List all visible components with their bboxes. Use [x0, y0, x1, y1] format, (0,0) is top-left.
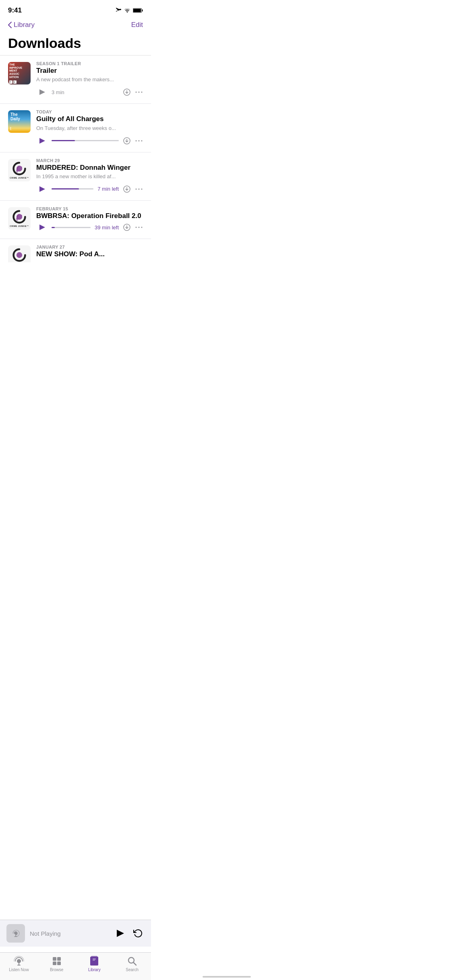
episode-controls: 3 min [36, 86, 143, 98]
page-title: Downloads [0, 32, 151, 55]
svg-text:t: t [10, 126, 12, 131]
play-button[interactable] [36, 86, 48, 98]
download-icon[interactable] [123, 88, 131, 96]
ellipsis-svg [135, 188, 143, 190]
episode-title: Guilty of All Charges [36, 115, 143, 123]
progress-bar-fill [52, 140, 75, 141]
svg-point-26 [139, 227, 140, 228]
back-label: Library [14, 21, 35, 29]
wifi-icon [124, 8, 130, 13]
edit-button[interactable]: Edit [131, 21, 143, 29]
play-button[interactable] [36, 222, 48, 233]
svg-text:T: T [10, 81, 11, 83]
episode-title: BWBRSA: Operation Fireball 2.0 [36, 212, 143, 220]
svg-point-16 [21, 166, 23, 168]
play-icon [39, 224, 45, 230]
episode-date: January 27 [36, 245, 143, 249]
episode-artwork: CRIME JUNKIE™ [8, 207, 31, 230]
play-icon [39, 186, 45, 192]
progress-bar-background [52, 188, 93, 189]
artwork-improvement: THEIMPROVEMENTASSOCIATION T S [8, 62, 31, 84]
episode-title: NEW SHOW: Pod A... [36, 250, 143, 258]
episode-description: On Tuesday, after three weeks o... [36, 125, 143, 132]
episode-item: THEIMPROVEMENTASSOCIATION T S Seaso [0, 56, 151, 104]
play-button[interactable] [36, 183, 48, 195]
play-icon [39, 138, 45, 144]
download-icon[interactable] [123, 137, 131, 145]
ellipsis-svg [135, 226, 143, 228]
artwork-crime-junkie: CRIME JUNKIE™ [8, 207, 31, 230]
svg-point-22 [16, 218, 18, 220]
svg-point-11 [136, 140, 137, 141]
progress-bar-background [52, 140, 119, 141]
nav-bar: Library Edit [0, 18, 151, 32]
progress-bar-container [52, 227, 91, 228]
play-button[interactable] [36, 135, 48, 146]
status-icons [115, 7, 143, 14]
episode-date: Season 1 Trailer [36, 61, 143, 66]
episode-controls [36, 135, 143, 146]
more-options-icon[interactable] [135, 88, 143, 96]
svg-text:S: S [14, 81, 15, 83]
svg-point-28 [17, 252, 22, 258]
episode-date: February 15 [36, 206, 143, 211]
episode-date: Today [36, 109, 143, 114]
artwork-crime-junkie: CRIME JUNKIE™ [8, 245, 31, 262]
crime-junkie-logo-svg [12, 161, 27, 176]
episode-artwork: CRIME JUNKIE™ [8, 245, 31, 262]
crime-junkie-logo-svg [12, 248, 27, 262]
episode-artwork: TheDaily t [8, 110, 31, 133]
episode-info: March 29 MURDERED: Donnah Winger In 1995… [36, 158, 143, 195]
episode-item-partial: CRIME JUNKIE™ January 27 NEW SHOW: Pod A… [0, 239, 151, 262]
svg-point-13 [141, 140, 143, 141]
download-icon[interactable] [123, 223, 131, 231]
back-button[interactable]: Library [8, 21, 35, 29]
svg-point-19 [139, 188, 140, 189]
more-options-icon[interactable] [135, 137, 143, 145]
svg-rect-2 [133, 9, 141, 12]
battery-icon [133, 8, 143, 13]
episode-title: Trailer [36, 67, 143, 75]
duration-text: 3 min [52, 89, 64, 95]
svg-point-18 [136, 188, 137, 189]
nyt-daily-logo: t [10, 126, 16, 131]
artwork-daily: TheDaily t [8, 110, 31, 133]
svg-point-6 [136, 92, 137, 93]
svg-point-15 [16, 170, 18, 172]
svg-point-8 [141, 92, 143, 93]
episode-list: THEIMPROVEMENTASSOCIATION T S Seaso [0, 56, 151, 262]
svg-rect-1 [142, 10, 143, 12]
more-options-icon[interactable] [135, 223, 143, 231]
episode-artwork: CRIME JUNKIE™ [8, 159, 31, 181]
episode-title: MURDERED: Donnah Winger [36, 164, 143, 172]
svg-point-25 [136, 227, 137, 228]
download-svg [123, 89, 130, 96]
episode-artwork: THEIMPROVEMENTASSOCIATION T S [8, 62, 31, 84]
episode-item: CRIME JUNKIE™ February 15 BWBRSA: Operat… [0, 201, 151, 239]
progress-bar-fill [52, 227, 55, 228]
more-options-icon[interactable] [135, 185, 143, 193]
episode-info: February 15 BWBRSA: Operation Fireball 2… [36, 206, 143, 233]
status-bar: 9:41 [0, 0, 151, 18]
svg-point-7 [139, 92, 140, 93]
slate-logo: S [14, 81, 16, 83]
artwork-crime-junkie: CRIME JUNKIE™ [8, 159, 31, 181]
svg-point-12 [139, 140, 140, 141]
episode-date: March 29 [36, 158, 143, 163]
download-svg [123, 224, 130, 231]
svg-point-23 [21, 214, 23, 216]
duration-text: 7 min left [97, 186, 119, 192]
chevron-left-icon [8, 22, 12, 28]
episode-controls: 39 min left [36, 222, 143, 233]
episode-info: Today Guilty of All Charges On Tuesday, … [36, 109, 143, 146]
crime-junkie-logo-svg [12, 210, 27, 224]
svg-point-27 [141, 227, 143, 228]
episode-controls: 7 min left [36, 183, 143, 195]
play-icon [39, 89, 45, 95]
download-svg [123, 185, 130, 193]
progress-bar-fill [52, 188, 79, 189]
episode-item: CRIME JUNKIE™ March 29 MURDERED: Donnah … [0, 152, 151, 201]
episode-description: In 1995 a new mother is killed af... [36, 173, 143, 180]
duration-text: 39 min left [95, 224, 119, 231]
download-icon[interactable] [123, 185, 131, 193]
